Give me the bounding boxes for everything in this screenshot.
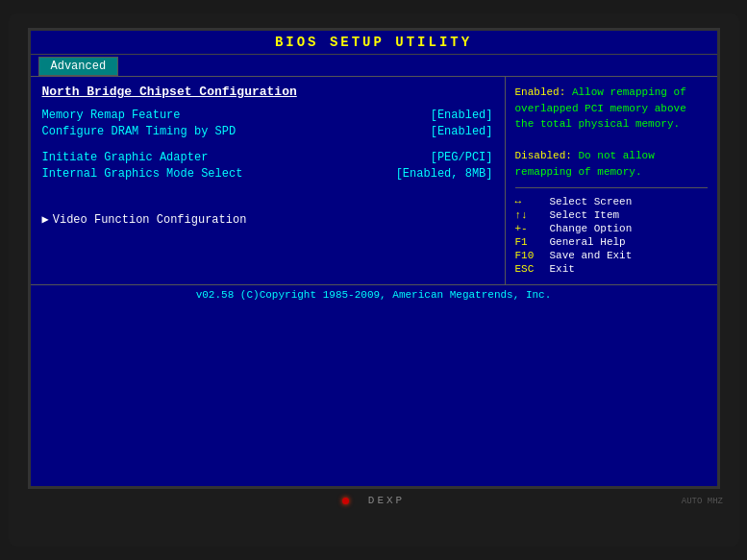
- bios-title: BIOS SETUP UTILITY: [275, 35, 472, 50]
- footer: v02.58 (C)Copyright 1985-2009, American …: [31, 284, 717, 304]
- monitor-brand: DEXP: [368, 495, 405, 506]
- key-row-1: ↔ Select Screen: [515, 196, 708, 207]
- config-row-3: Initiate Graphic Adapter [PEG/PCI]: [42, 151, 493, 164]
- config-row-1: Memory Remap Feature [Enabled]: [42, 109, 493, 122]
- key-row-4: F1 General Help: [515, 236, 708, 248]
- config-value-4[interactable]: [Enabled, 8MB]: [396, 167, 493, 181]
- right-panel: Enabled: Allow remapping of overlapped P…: [506, 77, 717, 284]
- key-action-6: Exit: [550, 263, 575, 275]
- subsection-label: Video Function Configuration: [53, 213, 247, 227]
- config-label-1: Memory Remap Feature: [42, 109, 181, 122]
- key-symbol-4: F1: [515, 236, 544, 248]
- tab-advanced[interactable]: Advanced: [38, 57, 119, 76]
- arrow-icon: ▶: [42, 212, 49, 227]
- key-action-4: General Help: [550, 236, 626, 248]
- config-label-4: Internal Graphics Mode Select: [42, 167, 243, 181]
- title-bar: BIOS SETUP UTILITY: [31, 31, 717, 55]
- config-value-1[interactable]: [Enabled]: [431, 109, 493, 122]
- content-area: North Bridge Chipset Configuration Memor…: [31, 76, 717, 284]
- bottom-bezel: DEXP: [28, 489, 720, 508]
- screen-bezel: BIOS SETUP UTILITY Advanced North Bridge…: [9, 13, 739, 547]
- subsection-video[interactable]: ▶ Video Function Configuration: [42, 212, 493, 227]
- key-action-5: Save and Exit: [550, 250, 633, 261]
- key-row-3: +- Change Option: [515, 223, 708, 234]
- help-text: Enabled: Allow remapping of overlapped P…: [515, 85, 708, 180]
- config-row-2: Configure DRAM Timing by SPD [Enabled]: [42, 125, 493, 138]
- key-symbol-6: ESC: [515, 263, 544, 275]
- auto-label: AUTO MHZ: [682, 497, 723, 506]
- power-led: [342, 498, 349, 504]
- disabled-title: Disabled:: [515, 150, 579, 161]
- key-action-3: Change Option: [550, 223, 633, 234]
- config-value-3[interactable]: [PEG/PCI]: [431, 151, 493, 164]
- left-panel: North Bridge Chipset Configuration Memor…: [31, 77, 506, 284]
- config-label-3: Initiate Graphic Adapter: [42, 151, 209, 164]
- section-title: North Bridge Chipset Configuration: [42, 85, 493, 99]
- config-label-2: Configure DRAM Timing by SPD: [42, 125, 237, 138]
- monitor: BIOS SETUP UTILITY Advanced North Bridge…: [0, 0, 747, 560]
- key-row-6: ESC Exit: [515, 263, 708, 275]
- key-symbol-5: F10: [515, 250, 544, 261]
- key-symbol-1: ↔: [515, 196, 544, 207]
- enabled-title: Enabled:: [515, 86, 572, 98]
- config-value-2[interactable]: [Enabled]: [431, 125, 493, 138]
- key-row-5: F10 Save and Exit: [515, 250, 708, 261]
- tab-row: Advanced: [31, 55, 717, 76]
- keybindings: ↔ Select Screen ↑↓ Select Item +- Change…: [515, 187, 708, 277]
- key-symbol-3: +-: [515, 223, 544, 234]
- config-row-4: Internal Graphics Mode Select [Enabled, …: [42, 167, 493, 181]
- key-row-2: ↑↓ Select Item: [515, 209, 708, 221]
- key-action-1: Select Screen: [550, 196, 633, 207]
- key-symbol-2: ↑↓: [515, 209, 544, 221]
- key-action-2: Select Item: [550, 209, 620, 221]
- bios-screen: BIOS SETUP UTILITY Advanced North Bridge…: [28, 28, 720, 489]
- footer-text: v02.58 (C)Copyright 1985-2009, American …: [196, 289, 552, 301]
